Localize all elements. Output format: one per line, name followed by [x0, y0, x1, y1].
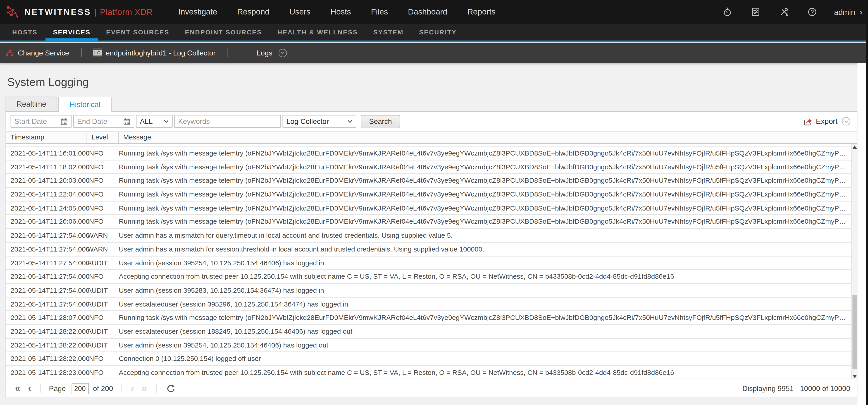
page-scrollbar-track	[857, 63, 866, 405]
export-label: Export	[816, 117, 837, 126]
view-dropdown-icon[interactable]	[279, 49, 287, 57]
cell-level: WARN	[87, 229, 119, 242]
table-body: 2021-05-14T11:16:01.000INFORunning task …	[6, 144, 857, 380]
last-page-button[interactable]: »	[142, 384, 147, 393]
subnav-item-event-sources[interactable]: EVENT SOURCES	[98, 24, 177, 40]
scrollbar-thumb[interactable]	[852, 295, 857, 369]
page-title: System Logging	[7, 76, 89, 89]
cell-level: INFO	[87, 215, 119, 228]
table-row[interactable]: 2021-05-14T11:27:54.000AUDITUser escalat…	[6, 297, 851, 311]
table-row[interactable]: 2021-05-14T11:18:02.000INFORunning task …	[6, 160, 851, 174]
keywords-placeholder: Keywords	[178, 117, 277, 126]
first-page-button[interactable]: «	[15, 384, 20, 393]
cell-timestamp: 2021-05-14T11:27:54.000	[6, 256, 87, 269]
export-icon	[803, 117, 812, 126]
tab-realtime[interactable]: Realtime	[6, 97, 58, 112]
pagination-divider	[121, 384, 122, 393]
cell-level: INFO	[87, 201, 119, 214]
column-header-level[interactable]: Level	[87, 132, 119, 143]
table-row[interactable]: 2021-05-14T11:27:54.000WARNUser admin ha…	[6, 229, 851, 243]
subnav-item-services[interactable]: SERVICES	[45, 24, 98, 40]
cell-timestamp: 2021-05-14T11:27:54.000	[6, 229, 87, 242]
source-select[interactable]: Log Collector	[282, 115, 356, 128]
column-header-message[interactable]: Message	[119, 132, 857, 143]
table-row[interactable]: 2021-05-14T11:28:07.000INFORunning task …	[6, 311, 851, 325]
table-header: Timestamp Level Message	[6, 132, 857, 144]
table-row[interactable]: 2021-05-14T11:26:06.000INFORunning task …	[6, 215, 851, 229]
calendar-icon[interactable]	[123, 117, 130, 125]
export-dropdown-icon[interactable]	[842, 117, 850, 126]
view-selector[interactable]: Logs	[257, 49, 272, 57]
app-window: NETWITNESS | Platform XDR InvestigateRes…	[0, 0, 868, 405]
next-page-button[interactable]: ›	[131, 384, 134, 393]
cell-timestamp: 2021-05-14T11:27:54.000	[6, 270, 87, 283]
timer-icon[interactable]	[722, 6, 733, 17]
cell-level: AUDIT	[87, 284, 119, 297]
cell-level: INFO	[87, 147, 119, 160]
change-service-link[interactable]: Change Service	[18, 49, 69, 57]
level-select[interactable]: ALL	[136, 115, 173, 128]
search-button[interactable]: Search	[361, 115, 400, 128]
column-header-timestamp[interactable]: Timestamp	[6, 132, 87, 143]
tab-historical[interactable]: Historical	[58, 97, 111, 112]
level-select-value: ALL	[140, 117, 153, 126]
chevron-right-icon: ›	[860, 7, 862, 17]
admin-subnav: HOSTSSERVICESEVENT SOURCESENDPOINT SOURC…	[0, 24, 868, 41]
page-count-label: of 200	[93, 384, 113, 393]
menu-item-files[interactable]: Files	[361, 0, 398, 24]
table-row[interactable]: 2021-05-14T11:27:54.000INFOAccepting con…	[6, 270, 851, 284]
prev-page-button[interactable]: ‹	[28, 384, 31, 393]
calendar-icon[interactable]	[60, 117, 68, 125]
menu-item-investigate[interactable]: Investigate	[168, 0, 227, 24]
cell-timestamp: 2021-05-14T11:22:04.000	[6, 188, 87, 201]
menu-item-users[interactable]: Users	[279, 0, 320, 24]
help-icon[interactable]	[807, 6, 817, 17]
brand-logo[interactable]: NETWITNESS | Platform XDR	[6, 5, 153, 19]
menu-item-reports[interactable]: Reports	[457, 0, 505, 24]
subnav-item-health-wellness[interactable]: HEALTH & WELLNESS	[270, 24, 366, 40]
table-row[interactable]: 2021-05-14T11:27:54.000AUDITUser admin (…	[6, 256, 851, 270]
table-row[interactable]: 2021-05-14T11:28:22.000INFOConnection 0 …	[6, 352, 851, 366]
start-date-input[interactable]: Start Date	[11, 115, 72, 128]
page-scrollbar[interactable]	[866, 0, 868, 405]
scroll-down-icon[interactable]	[852, 375, 857, 378]
export-button[interactable]: Export	[803, 117, 850, 126]
table-row[interactable]: 2021-05-14T11:24:05.000INFORunning task …	[6, 201, 851, 215]
scroll-up-icon[interactable]	[852, 146, 857, 149]
user-menu[interactable]: admin ›	[834, 7, 862, 17]
cell-level: INFO	[87, 160, 119, 173]
menu-item-hosts[interactable]: Hosts	[320, 0, 361, 24]
cell-timestamp: 2021-05-14T11:20:03.000	[6, 174, 87, 187]
table-row[interactable]: 2021-05-14T11:27:54.000AUDITUser admin (…	[6, 284, 851, 297]
table-row[interactable]: 2021-05-14T11:16:01.000INFORunning task …	[6, 147, 851, 161]
top-nav-right: admin ›	[704, 6, 862, 17]
tools-icon[interactable]	[779, 6, 789, 17]
table-row[interactable]: 2021-05-14T11:20:03.000INFORunning task …	[6, 174, 851, 188]
table-row[interactable]: 2021-05-14T11:28:23.000INFOAccepting con…	[6, 366, 851, 380]
table-row[interactable]: 2021-05-14T11:28:22.000AUDITUser admin (…	[6, 339, 851, 352]
menu-item-dashboard[interactable]: Dashboard	[398, 0, 457, 24]
subnav-item-system[interactable]: SYSTEM	[366, 24, 411, 40]
keywords-input[interactable]: Keywords	[174, 115, 281, 128]
breadcrumb-divider	[81, 48, 81, 57]
cell-timestamp: 2021-05-14T11:27:54.000	[6, 242, 87, 256]
menu-item-respond[interactable]: Respond	[227, 0, 279, 24]
cell-timestamp: 2021-05-14T11:28:22.000	[6, 339, 87, 352]
breadcrumb: Change Service LC endpointloghybrid1 - L…	[0, 43, 868, 63]
cell-message: Running task /sys with message telemtry …	[119, 215, 851, 228]
subnav-item-security[interactable]: SECURITY	[411, 24, 465, 40]
cell-message: Running task /sys with message telemtry …	[119, 174, 851, 187]
cell-level: INFO	[87, 270, 119, 283]
table-row[interactable]: 2021-05-14T11:22:04.000INFORunning task …	[6, 188, 851, 201]
subnav-item-hosts[interactable]: HOSTS	[4, 24, 45, 40]
end-date-input[interactable]: End Date	[73, 115, 134, 128]
cell-timestamp: 2021-05-14T11:27:54.000	[6, 284, 87, 297]
refresh-icon[interactable]	[166, 384, 175, 393]
service-name[interactable]: endpointloghybrid1 - Log Collector	[106, 49, 216, 57]
subnav-item-endpoint-sources[interactable]: ENDPOINT SOURCES	[177, 24, 270, 40]
jobs-panel-icon[interactable]	[750, 6, 761, 17]
table-row[interactable]: 2021-05-14T11:28:22.000AUDITUser escalat…	[6, 325, 851, 339]
page-number-input[interactable]	[71, 383, 89, 394]
table-row[interactable]: 2021-05-14T11:27:54.000WARNUser admin ha…	[6, 242, 851, 256]
table-scrollbar[interactable]	[851, 144, 857, 380]
